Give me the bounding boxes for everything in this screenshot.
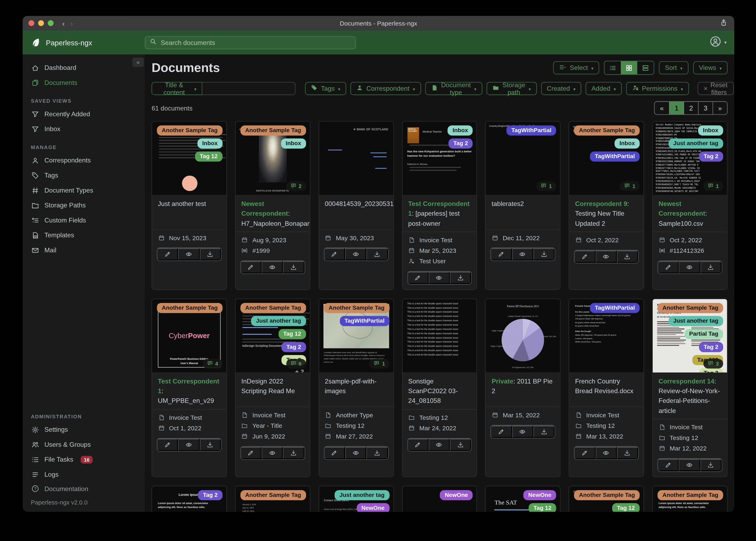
tag-pill[interactable]: Another Sample Tag [240, 490, 306, 500]
edit-button[interactable] [157, 438, 178, 451]
download-button[interactable] [700, 261, 722, 273]
card-title[interactable]: InDesign 2022 Scripting Read Me [241, 377, 295, 394]
download-button[interactable] [283, 447, 305, 459]
sidebar-item-settings[interactable]: Settings [23, 422, 145, 437]
view-button[interactable] [679, 458, 700, 471]
download-button[interactable] [533, 248, 555, 261]
zoom-window-button[interactable] [48, 20, 54, 26]
tag-pill[interactable]: Just another tag [335, 490, 389, 500]
sidebar-item-document-types[interactable]: Document Types [23, 183, 145, 198]
tag-pill[interactable]: Another Sample Tag [240, 303, 306, 313]
sidebar-item-storage-paths[interactable]: Storage Paths [23, 198, 145, 213]
edit-button[interactable] [241, 447, 262, 459]
document-thumbnail[interactable]: CyberPowerPowerPanel® Business EditionUs… [152, 299, 226, 373]
card-correspondent-link[interactable]: Newest Correspondent [659, 200, 705, 217]
sidebar-item-logs[interactable]: Logs [23, 467, 145, 482]
edit-button[interactable] [491, 425, 512, 438]
document-card[interactable]: one,1.0five,5.0Another Sample TagInboxTa… [569, 121, 644, 290]
title-content-filter-button[interactable]: Title & content▾ [152, 82, 202, 95]
document-card[interactable]: Serial Number,Company Name,Employe978818… [652, 121, 728, 290]
download-button[interactable] [700, 458, 722, 471]
tag-pill[interactable]: Inbox [698, 125, 723, 136]
share-icon[interactable] [720, 19, 727, 28]
document-card[interactable]: Country,Region/State,Town,TaxType,TaxRat… [485, 121, 561, 290]
document-thumbnail[interactable]: Country,Region/State,Town,TaxType,TaxRat… [486, 122, 560, 196]
document-card[interactable]: Boundary Waters TripCurabitur bibendum a… [319, 298, 394, 477]
title-content-filter-input[interactable] [202, 82, 295, 95]
document-card[interactable]: This is a testAnother Sample TagTag 12 [569, 486, 644, 512]
download-button[interactable] [283, 261, 305, 273]
document-card[interactable]: The SATPracticeTest #1Make time to take … [485, 486, 561, 512]
sidebar-item-inbox[interactable]: Inbox [23, 122, 145, 137]
document-card[interactable]: Test NameJanuary 2, 2022July 14, 1984Apr… [235, 486, 310, 512]
global-search[interactable] [145, 36, 356, 49]
sidebar-item-templates[interactable]: Templates [23, 228, 145, 243]
app-logo-area[interactable]: Paperless-ngx [23, 37, 145, 48]
sidebar-item-documentation[interactable]: ? Documentation [23, 482, 145, 495]
document-card[interactable]: Adobe InDesign 2022InDesign Scripting Do… [235, 298, 310, 477]
download-button[interactable] [450, 438, 471, 451]
edit-button[interactable] [324, 248, 345, 261]
view-button[interactable] [429, 271, 450, 284]
pagination-page-2[interactable]: 2 [684, 102, 698, 114]
tag-pill[interactable]: Inbox [448, 125, 473, 136]
tag-pill[interactable]: Another Sample Tag [157, 125, 223, 136]
edit-button[interactable] [658, 458, 679, 471]
document-card[interactable]: NewOne [402, 486, 477, 512]
download-button[interactable] [617, 250, 638, 263]
sidebar-item-dashboard[interactable]: Dashboard [23, 60, 145, 75]
view-button[interactable] [595, 447, 617, 459]
tag-pill[interactable]: NewOne [523, 490, 556, 500]
document-card[interactable]: CyberPowerPowerPanel® Business EditionUs… [152, 298, 227, 477]
document-card[interactable]: Patient BP Distribution 2011Isolated Sys… [485, 298, 561, 477]
comments-badge[interactable]: 4 [203, 359, 222, 368]
comments-badge[interactable]: 1 [620, 182, 640, 191]
tag-pill[interactable]: Another Sample Tag [240, 125, 306, 136]
sidebar-item-correspondents[interactable]: Correspondents [23, 153, 145, 168]
pagination-prev[interactable]: « [655, 102, 669, 114]
view-button[interactable] [178, 438, 200, 451]
view-button[interactable] [429, 438, 450, 451]
view-button[interactable] [345, 447, 367, 459]
select-button[interactable]: Select▾ [553, 61, 599, 74]
document-card[interactable]: MEDICAL TEACHERMedical TeacherHas the ne… [402, 121, 477, 290]
document-thumbnail[interactable]: one,1.0five,5.0Another Sample TagInboxTa… [569, 122, 644, 196]
user-menu[interactable]: ▾ [710, 36, 726, 49]
view-button[interactable] [512, 248, 534, 261]
document-thumbnail[interactable]: NewOne [402, 486, 477, 512]
card-title[interactable]: 0004814539_20230531 [325, 200, 394, 208]
document-thumbnail[interactable]: Review ofof Arbitral Awards Shows Swift … [653, 299, 727, 373]
card-title[interactable]: Testing New Title Updated 2 [575, 210, 624, 227]
filter-added-button[interactable]: Added▾ [586, 82, 621, 95]
view-button[interactable] [262, 447, 283, 459]
document-thumbnail[interactable]: Test NameJanuary 2, 2022July 14, 1984Apr… [235, 486, 310, 512]
document-card[interactable]: Lorem ipsumLorem ipsum dolor sit amet, c… [652, 486, 728, 512]
edit-button[interactable] [157, 248, 178, 261]
filter-tags-button[interactable]: Tags▾ [305, 82, 346, 95]
tag-pill[interactable]: Tag 12 [195, 152, 223, 162]
document-thumbnail[interactable]: Serial Number,Company Name,Employe978818… [653, 122, 727, 196]
filter-correspondent-button[interactable]: Correspondent▾ [350, 82, 421, 95]
sidebar-collapse-button[interactable]: « [132, 57, 144, 67]
pagination-page-1[interactable]: 1 [669, 102, 684, 114]
tag-pill[interactable]: Another Sample Tag [574, 125, 640, 136]
download-button[interactable] [200, 248, 221, 261]
document-thumbnail[interactable]: Adobe Acrobat PDF FilesAnother Sample Ta… [152, 122, 226, 196]
document-card[interactable]: This is a test for the double space char… [402, 298, 477, 477]
pagination-next[interactable]: » [712, 102, 727, 114]
card-title[interactable]: Just another test [158, 200, 206, 208]
tag-pill[interactable]: Another Sample Tag [157, 303, 223, 313]
sidebar-item-custom-fields[interactable]: Custom Fields [23, 213, 145, 228]
tag-pill[interactable]: NewOne [357, 503, 389, 512]
document-card[interactable]: Francja pod rzNAPOLEON BONAPARTEAnother … [235, 121, 310, 290]
edit-button[interactable] [491, 248, 512, 261]
tag-pill[interactable]: Tag 12 [278, 329, 306, 339]
document-thumbnail[interactable]: ✳ BANK OF SCOTLAND [319, 122, 393, 196]
edit-button[interactable] [575, 447, 595, 459]
document-card[interactable]: Adobe Acrobat PDF FilesAnother Sample Ta… [152, 121, 227, 290]
document-thumbnail[interactable]: Lorem ipsumLorem ipsum dolor sit amet, c… [152, 486, 226, 512]
tag-pill[interactable]: Just another tag [669, 138, 723, 149]
tag-pill[interactable]: Tag 2 [449, 138, 473, 149]
tag-pill[interactable]: Just another tag [669, 316, 723, 326]
cards-view-button[interactable] [637, 61, 654, 74]
